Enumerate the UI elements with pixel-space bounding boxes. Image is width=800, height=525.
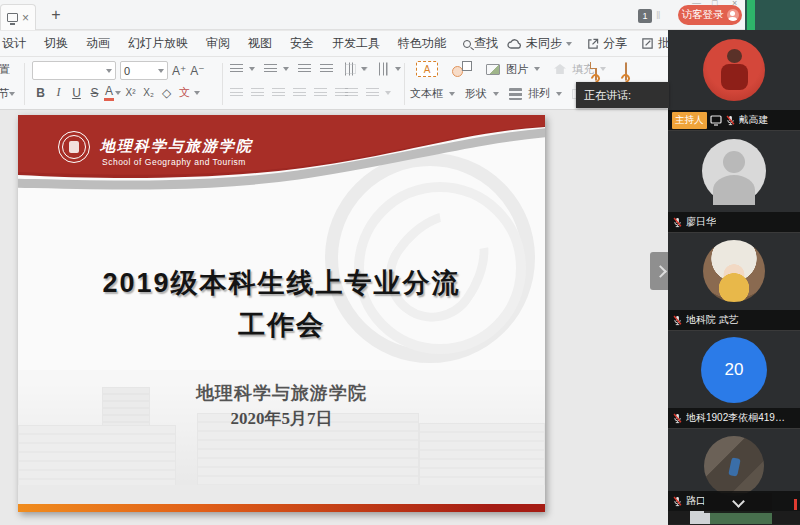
menu-devtools[interactable]: 开发工具 <box>323 35 389 52</box>
background-green-edge <box>747 0 755 30</box>
text-align-box-button[interactable] <box>345 64 368 74</box>
document-tab[interactable]: × <box>0 4 36 30</box>
new-tab-button[interactable]: + <box>46 6 66 24</box>
reset-button[interactable]: 重置 <box>0 62 10 77</box>
participant-tile-host[interactable]: 主持人 戴高建 <box>668 30 800 131</box>
sync-status-button[interactable]: 未同步 <box>507 35 572 52</box>
participant-name: 路口 <box>686 494 706 508</box>
mic-muted-icon <box>672 315 683 326</box>
bold-button[interactable]: B <box>32 86 49 100</box>
mic-muted-icon <box>725 115 736 126</box>
paragraph-spacing-down-button[interactable] <box>366 88 391 98</box>
find-button[interactable]: 查找 <box>455 35 506 52</box>
toolbar-separator <box>404 63 405 105</box>
font-name-select[interactable] <box>32 61 116 80</box>
presentation-doc-icon <box>7 13 18 22</box>
menu-slideshow[interactable]: 幻灯片放映 <box>119 35 197 52</box>
panel-collapse-button[interactable] <box>650 252 668 290</box>
font-color-button[interactable]: A <box>104 85 114 101</box>
find-label: 查找 <box>474 35 498 52</box>
strikethrough-button[interactable]: S <box>86 86 103 100</box>
slide[interactable]: 地理科学与旅游学院 School of Geography and Touris… <box>18 115 545 512</box>
decrease-indent-button[interactable] <box>298 64 311 74</box>
comment-icon <box>641 37 654 50</box>
menu-animations[interactable]: 动画 <box>77 35 119 52</box>
share-button[interactable]: 分享 <box>586 35 627 52</box>
align-center-button[interactable] <box>251 88 264 98</box>
mic-muted-icon <box>672 496 683 507</box>
caret-down-icon <box>362 67 368 74</box>
share-icon <box>586 37 599 50</box>
menu-review[interactable]: 审阅 <box>197 35 239 52</box>
guest-login-label: 访客登录 <box>682 8 724 22</box>
participant-tile[interactable]: 路口 <box>668 429 800 524</box>
justify-button[interactable] <box>293 88 306 98</box>
bullet-list-button[interactable] <box>230 64 255 74</box>
toolbar-separator <box>24 63 25 105</box>
doc-count-badge[interactable]: 1 <box>638 9 652 23</box>
clear-format-button[interactable]: ◇ <box>158 86 175 100</box>
paragraph-spacing-icon <box>366 88 379 98</box>
user-avatar-icon <box>727 9 739 21</box>
maximize-button[interactable]: □ <box>712 0 717 8</box>
menu-transitions[interactable]: 切换 <box>35 35 77 52</box>
italic-button[interactable]: I <box>50 85 67 100</box>
participant-name: 地科院 武艺 <box>686 313 739 327</box>
caret-down-icon <box>556 92 562 99</box>
slideshow-tools-button[interactable] <box>625 63 627 81</box>
align-right-button[interactable] <box>272 88 285 98</box>
next-tile-red-indicator <box>794 499 797 510</box>
menu-view[interactable]: 视图 <box>239 35 281 52</box>
picture-button[interactable]: 图片 <box>486 62 540 77</box>
participant-tile[interactable]: 地科院 武艺 <box>668 233 800 331</box>
distribute-button[interactable] <box>314 88 327 98</box>
section-button[interactable]: 节 <box>0 86 15 101</box>
phonetic-guide-button[interactable]: 文 <box>176 85 193 100</box>
host-avatar <box>703 39 765 101</box>
speaking-label: 正在讲话: <box>584 88 631 103</box>
scroll-more-participants-button[interactable] <box>704 493 772 513</box>
increase-indent-button[interactable] <box>320 64 333 74</box>
participant-namebar: 廖日华 <box>668 212 800 232</box>
underline-button[interactable]: U <box>68 86 85 100</box>
shapes-button[interactable]: 形状 <box>465 86 499 101</box>
screen-share-icon <box>710 115 722 126</box>
participant-namebar: 地科1902李依桐419… <box>668 408 800 428</box>
align-left-button[interactable] <box>230 88 243 98</box>
arrange-button[interactable]: 排列 <box>509 86 562 101</box>
doc-tools-button[interactable] <box>595 63 597 81</box>
participant-tile[interactable]: 20 地科1902李依桐419… <box>668 331 800 429</box>
guest-login-button[interactable]: 访客登录 <box>678 5 742 25</box>
menu-security[interactable]: 安全 <box>281 35 323 52</box>
banner-wave <box>18 115 545 201</box>
caret-down-icon <box>9 92 15 99</box>
textbox-button[interactable]: 文本框 <box>410 86 455 101</box>
slide-title-line1: 2019级本科生线上专业分流 <box>18 265 545 301</box>
text-column-button[interactable] <box>376 64 401 74</box>
menu-design[interactable]: 设计 <box>0 35 35 52</box>
increase-font-button[interactable]: A⁺ <box>172 64 186 78</box>
host-badge: 主持人 <box>672 112 707 129</box>
decrease-font-button[interactable]: A⁻ <box>190 64 204 78</box>
close-button[interactable]: × <box>732 0 737 8</box>
share-label: 分享 <box>603 35 627 52</box>
cloud-sync-icon <box>507 38 522 50</box>
font-size-select[interactable]: 0 <box>120 61 168 80</box>
caret-down-icon <box>395 67 401 74</box>
paragraph-spacing-up-button[interactable] <box>345 88 358 98</box>
tab-close-icon[interactable]: × <box>22 12 29 24</box>
participant-namebar: 地科院 武艺 <box>668 310 800 330</box>
fill-icon <box>554 64 566 74</box>
minimize-button[interactable]: — <box>692 0 701 8</box>
menu-special-features[interactable]: 特色功能 <box>389 35 455 52</box>
subscript-button[interactable]: X₂ <box>140 87 157 98</box>
superscript-button[interactable]: X² <box>122 87 139 98</box>
titlebar-separator: ‖ <box>656 9 661 21</box>
participant-tile[interactable]: 廖日华 <box>668 131 800 233</box>
slide-title-line2: 工作会 <box>18 307 545 343</box>
caret-down-icon <box>194 91 200 98</box>
comment-button[interactable]: 批注 <box>641 35 668 52</box>
numbered-list-button[interactable] <box>264 64 289 74</box>
slide-canvas[interactable]: 地理科学与旅游学院 School of Geography and Touris… <box>0 110 668 525</box>
university-seal-logo <box>58 131 90 163</box>
